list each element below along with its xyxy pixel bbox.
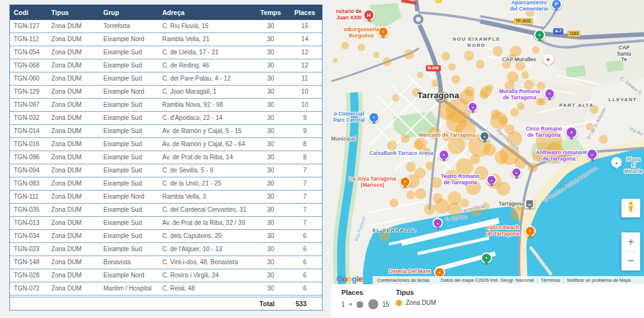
zona-dum-circle[interactable] — [392, 94, 400, 102]
zona-dum-circle[interactable] — [451, 75, 460, 84]
table-cell[interactable]: Zona DUM — [48, 230, 99, 243]
poi-label[interactable]: CAP Muralles — [502, 57, 536, 63]
zona-dum-circle[interactable] — [401, 134, 410, 143]
zona-dum-circle[interactable] — [404, 49, 414, 59]
poi-label[interactable]: Mercado de Tarragona — [419, 132, 476, 139]
table-cell[interactable]: 7 — [286, 177, 322, 191]
zona-dum-circle[interactable] — [341, 42, 349, 49]
zona-dum-circle[interactable] — [483, 144, 496, 156]
table-row[interactable]: TGN-129Zona DUMEixample NordC. Joan Mara… — [10, 86, 322, 99]
zona-dum-circle[interactable] — [464, 51, 474, 61]
table-cell[interactable]: Eixample Sud — [99, 125, 158, 138]
zoom-in-button[interactable]: + — [621, 232, 640, 251]
shopping-pin[interactable]: • — [368, 112, 380, 123]
attraction-pin[interactable]: • — [565, 126, 578, 139]
poi-label[interactable]: CaixaBank Tarraco Arena — [370, 151, 434, 157]
poi-label[interactable]: Osteria Del Mare — [388, 269, 430, 275]
table-cell[interactable]: Zona DUM — [48, 256, 99, 269]
table-cell[interactable]: 30 — [254, 125, 286, 138]
table-cell[interactable]: Rambla Nova, 92 - 98 — [158, 99, 253, 112]
table-cell[interactable]: TGN-032 — [10, 112, 48, 125]
table-cell[interactable]: 30 — [254, 99, 286, 112]
poi-label[interactable]: Playa E Miracle — [624, 157, 642, 175]
table-cell[interactable]: Zona DUM — [48, 164, 99, 177]
table-cell[interactable]: Zona DUM — [48, 20, 99, 33]
zona-dum-circle[interactable] — [517, 102, 525, 110]
table-cell[interactable]: 7 — [286, 164, 322, 177]
poi-label[interactable]: La Joya Tarragona (Marisco) — [350, 176, 396, 188]
table-cell[interactable]: Zona DUM — [48, 282, 99, 296]
table-cell[interactable]: Eixample Sud — [99, 230, 158, 243]
table-cell[interactable]: 30 — [254, 59, 286, 72]
zona-dum-circle[interactable] — [480, 86, 491, 97]
poi-label[interactable]: Municipal — [331, 136, 356, 142]
table-cell[interactable]: C. Riu Fluvià, 15 — [158, 20, 253, 33]
table-cell[interactable]: Eixample Sud — [99, 243, 158, 256]
table-cell[interactable]: TGN-129 — [10, 86, 48, 99]
table-cell[interactable]: 30 — [254, 46, 286, 59]
transit-pin[interactable]: • — [534, 29, 545, 41]
poi-label[interactable]: Tarragona — [499, 201, 525, 207]
zona-dum-circle[interactable] — [532, 46, 540, 54]
zona-dum-circle[interactable] — [435, 199, 450, 214]
table-cell[interactable]: Eixample Sud — [99, 112, 158, 125]
table-cell[interactable]: Zona DUM — [48, 46, 99, 59]
table-cell[interactable]: 14 — [286, 33, 322, 46]
table-cell[interactable]: Zona DUM — [48, 177, 99, 191]
table-cell[interactable]: 11 — [286, 72, 322, 86]
table-cell[interactable]: Eixample Sud — [99, 177, 158, 191]
table-cell[interactable]: Eixample Nord — [99, 86, 158, 99]
table-cell[interactable]: 10 — [286, 99, 322, 112]
zona-dum-circle[interactable] — [425, 161, 434, 170]
zona-dum-circle[interactable] — [510, 108, 519, 117]
zona-dum-circle[interactable] — [424, 204, 435, 215]
zona-dum-circle[interactable] — [441, 52, 450, 61]
zona-dum-circle[interactable] — [383, 57, 391, 66]
table-cell[interactable]: Eixample Sud — [99, 164, 158, 177]
table-cell[interactable]: C. de l'Alguer, 10 - 13 — [158, 243, 253, 256]
table-cell[interactable]: Zona DUM — [48, 125, 99, 138]
table-cell[interactable]: 7 — [286, 191, 322, 204]
poi-label[interactable]: Anfiteatro romano de Tarragona — [536, 150, 582, 162]
table-cell[interactable]: 30 — [254, 151, 286, 164]
attraction-pin[interactable]: • — [468, 102, 478, 112]
table-row[interactable]: TGN-083Zona DUMEixample SudC. de la Unió… — [10, 177, 322, 191]
zona-dum-circle[interactable] — [387, 141, 397, 151]
poi-label[interactable]: rsitario de Juan XXIII — [336, 9, 361, 21]
table-cell[interactable]: Torreforta — [99, 20, 158, 33]
table-cell[interactable]: 30 — [254, 164, 286, 177]
zona-dum-circle[interactable] — [333, 58, 338, 63]
poi-label[interactable]: mburguesería Burguitos — [344, 27, 379, 39]
table-cell[interactable]: 30 — [254, 269, 286, 282]
zona-dum-circle[interactable] — [490, 112, 508, 129]
table-cell[interactable]: Eixample Sud — [99, 151, 158, 164]
table-cell[interactable]: 6 — [286, 282, 322, 296]
table-cell[interactable]: TGN-023 — [10, 243, 48, 256]
table-cell[interactable]: Eixample Sud — [99, 59, 158, 72]
table-cell[interactable]: Zona DUM — [48, 243, 99, 256]
table-cell[interactable]: Av. de Prat de la Riba, 32 / 39 — [158, 217, 253, 230]
zona-dum-circle[interactable] — [417, 72, 423, 78]
table-cell[interactable]: TGN-096 — [10, 151, 48, 164]
table-cell[interactable]: 30 — [254, 33, 286, 46]
table-cell[interactable]: Zona DUM — [48, 72, 99, 86]
table-cell[interactable]: Zona DUM — [48, 33, 99, 46]
table-cell[interactable]: Zona DUM — [48, 217, 99, 230]
table-cell[interactable]: TGN-028 — [10, 269, 48, 282]
zona-dum-circle[interactable] — [358, 44, 365, 51]
zona-dum-circle[interactable] — [373, 52, 380, 58]
table-cell[interactable]: Eixample Sud — [99, 204, 158, 217]
attraction-pin[interactable]: • — [586, 149, 598, 161]
attraction-pin[interactable]: • — [486, 175, 497, 186]
table-cell[interactable]: TGN-068 — [10, 59, 48, 72]
table-cell[interactable]: Zona DUM — [48, 59, 99, 72]
table-cell[interactable]: Eixample Sud — [99, 72, 158, 86]
zona-dum-circle[interactable] — [431, 79, 439, 87]
table-cell[interactable]: Zona DUM — [48, 138, 99, 151]
table-cell[interactable]: Zona DUM — [48, 204, 99, 217]
table-cell[interactable]: TGN-097 — [10, 99, 48, 112]
table-cell[interactable]: TGN-083 — [10, 177, 48, 191]
table-cell[interactable]: 30 — [254, 191, 286, 204]
table-cell[interactable]: 30 — [254, 112, 286, 125]
table-cell[interactable]: Zona DUM — [48, 151, 99, 164]
